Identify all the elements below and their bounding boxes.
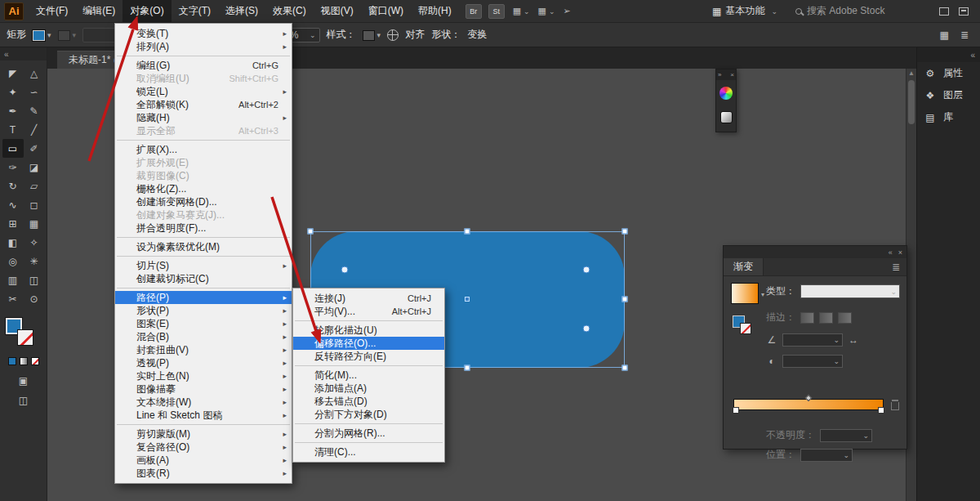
menu-item-裁剪图像-C-[interactable]: 裁剪图像(C): [115, 169, 292, 182]
pen-tool[interactable]: ✒: [2, 101, 24, 120]
handle-top-center[interactable]: [465, 229, 470, 235]
width-tool[interactable]: ∿: [2, 195, 24, 214]
gradient-stroke-proxy[interactable]: [740, 323, 751, 334]
menu-item-切片-S-[interactable]: 切片(S)▸: [115, 259, 292, 272]
handle-middle-right[interactable]: [622, 297, 628, 302]
menu-item-画板-A-[interactable]: 画板(A)▸: [115, 454, 292, 467]
dock-item-属性[interactable]: ⚙属性: [917, 62, 980, 84]
color-mode-none-button[interactable]: [31, 357, 39, 365]
scroll-up-icon[interactable]: ▲: [906, 69, 916, 78]
free-transform-tool[interactable]: ◻: [24, 195, 45, 214]
handle-bottom-center[interactable]: [465, 365, 470, 371]
eyedropper-tool[interactable]: ✧: [24, 233, 45, 252]
stroke-gradient-across-icon[interactable]: [838, 312, 852, 324]
menu-item-栅格化-Z-[interactable]: 栅格化(Z)...: [115, 182, 292, 195]
menu-item-分割为网格-R-[interactable]: 分割为网格(R)...: [293, 427, 444, 440]
menubar-item-7[interactable]: 窗口(W): [361, 0, 411, 22]
menu-item-扩展外观-E-[interactable]: 扩展外观(E): [115, 156, 292, 169]
menubar-item-0[interactable]: 文件(F): [29, 0, 75, 22]
menu-item-设为像素级优化-M-[interactable]: 设为像素级优化(M): [115, 240, 292, 253]
selection-tool[interactable]: ◤: [2, 64, 24, 83]
gradient-stop-right[interactable]: [878, 407, 884, 414]
lasso-tool[interactable]: ∽: [24, 83, 45, 101]
menu-item-复合路径-O-[interactable]: 复合路径(O)▸: [115, 441, 292, 454]
dock-item-图层[interactable]: ❖图层: [917, 84, 980, 106]
menu-item-添加锚点-A-[interactable]: 添加锚点(A): [293, 382, 444, 395]
artboard-tool[interactable]: ◫: [24, 271, 45, 289]
style-picker[interactable]: ▾: [363, 29, 381, 40]
reverse-gradient-icon[interactable]: ↔: [848, 334, 859, 346]
align-label[interactable]: 对齐: [405, 28, 425, 42]
menubar-item-3[interactable]: 文字(T): [172, 0, 218, 22]
gradient-thumbnail[interactable]: [731, 283, 759, 304]
share-icon[interactable]: ➢: [564, 6, 571, 16]
arrange-windows-icon[interactable]: [959, 7, 969, 16]
corner-widget-bottom-right[interactable]: [583, 325, 590, 333]
menu-item-简化-M-[interactable]: 简化(M)...: [293, 369, 444, 382]
symbol-sprayer-tool[interactable]: ✳: [24, 252, 45, 271]
collapse-toolbar-icon[interactable]: «: [4, 50, 9, 59]
column-graph-tool[interactable]: ▥: [2, 271, 24, 289]
color-mode-solid-button[interactable]: [8, 357, 16, 365]
menu-item-隐藏-H-[interactable]: 隐藏(H)▸: [115, 111, 292, 124]
slice-tool[interactable]: ✂: [2, 289, 24, 308]
menu-item-扩展-X-[interactable]: 扩展(X)...: [115, 143, 292, 156]
close-panel-icon[interactable]: ×: [898, 248, 902, 257]
gradient-angle-combo[interactable]: ⌄: [782, 333, 843, 347]
menu-item-平均-V-[interactable]: 平均(V)...Alt+Ctrl+J: [293, 305, 444, 318]
menu-item-连接-J-[interactable]: 连接(J)Ctrl+J: [293, 292, 444, 305]
isolate-icon[interactable]: ▦: [940, 29, 949, 41]
menu-item-封套扭曲-V-[interactable]: 封套扭曲(V)▸: [115, 343, 292, 356]
menu-item-偏移路径-O-[interactable]: 偏移路径(O)...: [293, 337, 444, 350]
curvature-tool[interactable]: ✎: [24, 101, 45, 120]
menu-item-取消编组-U-[interactable]: 取消编组(U)Shift+Ctrl+G: [115, 72, 292, 85]
menu-item-图案-E-[interactable]: 图案(E)▸: [115, 317, 292, 330]
recolor-artwork-icon[interactable]: [387, 29, 399, 41]
menubar-item-2[interactable]: 对象(O): [122, 0, 171, 22]
magic-wand-tool[interactable]: ✦: [2, 83, 24, 101]
pencil-tool[interactable]: ✑: [2, 158, 24, 177]
corner-widget-top-right[interactable]: [583, 266, 590, 274]
tab-gradient[interactable]: 渐变: [724, 258, 764, 275]
menu-item-排列-A-[interactable]: 排列(A)▸: [115, 40, 292, 53]
stroke-color-swatch[interactable]: [17, 329, 33, 346]
panel-options-icon[interactable]: ≣: [960, 29, 969, 41]
menu-item-创建渐变网格-D-[interactable]: 创建渐变网格(D)...: [115, 195, 292, 208]
gradient-presets-arrow-icon[interactable]: ▾: [761, 291, 764, 298]
rectangle-tool[interactable]: ▭: [2, 139, 24, 158]
shape-center-point[interactable]: [465, 297, 470, 302]
color-mode-gradient-button[interactable]: [20, 357, 28, 365]
menubar-item-4[interactable]: 选择(S): [218, 0, 265, 22]
menu-item-创建裁切标记-C-[interactable]: 创建裁切标记(C): [115, 272, 292, 285]
menu-item-图像描摹[interactable]: 图像描摹▸: [115, 382, 292, 396]
corner-widget-top-left[interactable]: [341, 266, 349, 274]
gradient-opacity-combo[interactable]: ⌄: [820, 429, 872, 442]
workspace-switcher[interactable]: ▦ 基本功能 ⌄: [712, 4, 777, 18]
menu-item-透视-P-[interactable]: 透视(P)▸: [115, 356, 292, 369]
gradient-stop-left[interactable]: [733, 407, 739, 414]
menu-item-路径-P-[interactable]: 路径(P)▸: [115, 291, 292, 304]
stroke-gradient-within-icon[interactable]: [800, 312, 814, 324]
menubar-item-5[interactable]: 效果(C): [265, 0, 314, 22]
gradient-tool[interactable]: ◧: [2, 233, 24, 252]
menu-item-变换-T-[interactable]: 变换(T)▸: [115, 27, 292, 40]
eraser-tool[interactable]: ◪: [24, 158, 45, 177]
menubar-item-8[interactable]: 帮助(H): [411, 0, 459, 22]
scale-tool[interactable]: ▱: [24, 177, 45, 195]
transform-label[interactable]: 变换: [467, 28, 487, 42]
collapse-panel-icon[interactable]: «: [889, 248, 893, 257]
gradient-panel-button[interactable]: [718, 106, 734, 127]
bridge-badge[interactable]: Br: [466, 4, 482, 19]
menu-item-创建对象马赛克-J-[interactable]: 创建对象马赛克(J)...: [115, 208, 292, 221]
illustrator-logo[interactable]: Ai: [4, 2, 24, 20]
dock-item-库[interactable]: ▤库: [917, 106, 980, 128]
expand-panel-icon[interactable]: »: [718, 69, 721, 80]
direct-selection-tool[interactable]: △: [24, 64, 45, 83]
menu-item-反转路径方向-E-[interactable]: 反转路径方向(E): [293, 350, 444, 363]
menu-item-轮廓化描边-U-[interactable]: 轮廓化描边(U): [293, 324, 444, 337]
menu-item-实时上色-N-[interactable]: 实时上色(N)▸: [115, 369, 292, 382]
restore-window-icon[interactable]: [939, 7, 949, 16]
paintbrush-tool[interactable]: ✐: [24, 139, 45, 158]
scrollbar-thumb[interactable]: [908, 80, 915, 124]
menu-item-分割下方对象-D-[interactable]: 分割下方对象(D): [293, 408, 444, 421]
